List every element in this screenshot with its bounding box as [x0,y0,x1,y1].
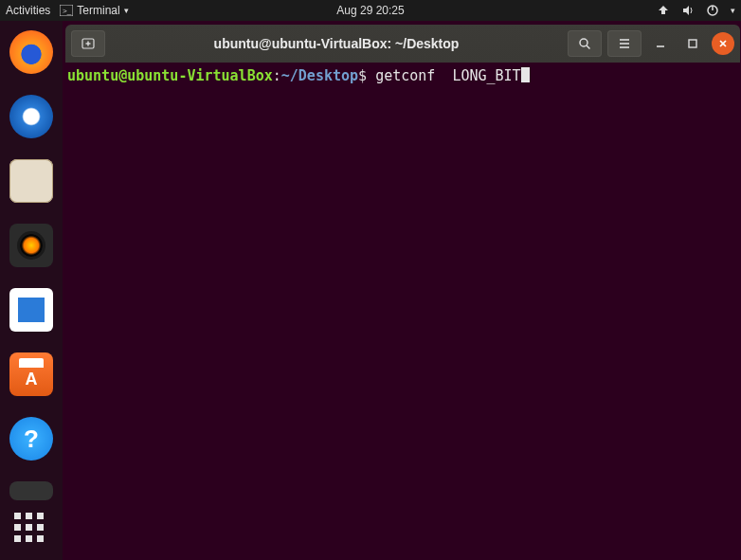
prompt-dollar: $ [358,67,375,84]
terminal-app-icon: >_ [60,4,73,17]
new-tab-button[interactable] [71,30,105,57]
dock-icon-libreoffice-writer[interactable] [9,288,53,332]
prompt-user: ubuntu@ubuntu-VirtualBox [67,67,273,84]
dock-icon-ubuntu-software[interactable] [9,352,53,396]
close-icon [717,38,729,49]
window-titlebar: ubuntu@ubuntu-VirtualBox: ~/Desktop [65,25,740,63]
search-icon [577,36,592,51]
prompt-path: ~/Desktop [281,67,358,84]
chevron-down-icon: ▾ [731,6,735,15]
topbar-app-menu[interactable]: >_ Terminal ▾ [60,4,128,17]
chevron-down-icon: ▾ [124,6,129,15]
svg-text:>_: >_ [63,7,72,15]
dock-icon-files[interactable] [9,159,53,203]
dock-icon-help[interactable]: ? [9,417,53,461]
window-title: ubuntu@ubuntu-VirtualBox: ~/Desktop [111,36,562,51]
minimize-button[interactable] [647,31,674,56]
app-menu-label: Terminal [77,4,119,17]
volume-icon [681,4,695,17]
close-button[interactable] [712,32,734,55]
power-icon [706,4,719,17]
minimize-icon [654,37,667,50]
show-applications-button[interactable] [14,513,48,547]
svg-rect-13 [689,40,696,47]
dock-icon-firefox[interactable] [9,30,53,74]
gnome-topbar: Activities >_ Terminal ▾ Aug 29 20:25 ▾ [0,0,741,21]
svg-point-7 [580,39,587,46]
maximize-icon [686,37,699,50]
terminal-cursor [521,67,530,82]
topbar-left: Activities >_ Terminal ▾ [6,4,129,17]
ubuntu-dock: ? [0,21,63,560]
dock-icon-thunderbird[interactable] [9,95,53,138]
new-tab-icon [81,36,96,51]
activities-button[interactable]: Activities [6,4,50,17]
workspace: ubuntu@ubuntu-VirtualBox: ~/Desktop [63,21,741,560]
topbar-status[interactable]: ▾ [657,4,735,17]
hamburger-icon [617,36,632,51]
dock-icon-partial[interactable] [9,481,53,500]
hamburger-menu-button[interactable] [607,30,642,57]
prompt-separator: : [273,67,281,84]
search-button[interactable] [568,30,602,57]
terminal-command: getconf LONG_BIT [375,67,521,84]
network-icon [657,4,670,17]
dock-icon-rhythmbox[interactable] [9,224,53,267]
topbar-clock[interactable]: Aug 29 20:25 [336,4,404,17]
maximize-button[interactable] [679,31,706,56]
terminal-window: ubuntu@ubuntu-VirtualBox: ~/Desktop [65,25,740,560]
svg-line-8 [587,45,590,49]
terminal-body[interactable]: ubuntu@ubuntu-VirtualBox:~/Desktop$ getc… [65,63,740,560]
